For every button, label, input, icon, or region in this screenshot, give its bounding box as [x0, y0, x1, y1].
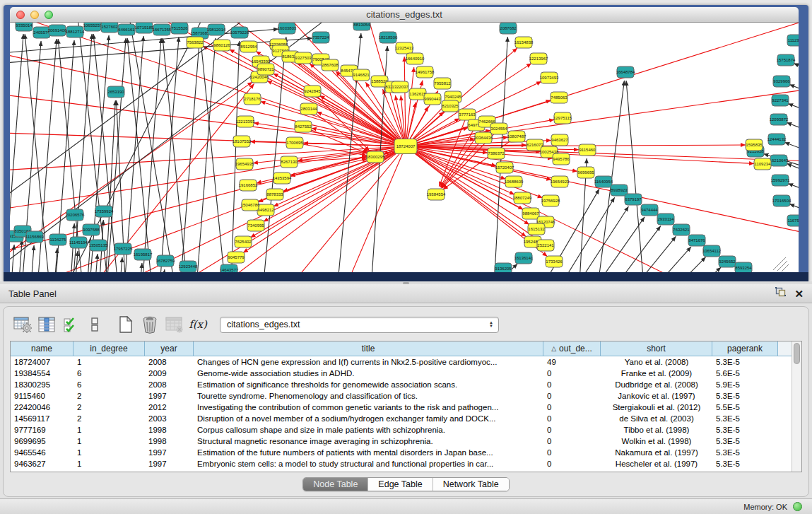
graph-node[interactable]: 12213967	[529, 53, 548, 64]
table-row[interactable]: 969969511998Structural magnetic resonanc…	[11, 436, 792, 447]
table-vertical-scrollbar[interactable]	[792, 341, 801, 472]
graph-node[interactable]: 12213393	[236, 116, 255, 127]
tab-node-table[interactable]: Node Table	[303, 478, 368, 491]
graph-node[interactable]: 14353594	[273, 173, 292, 184]
column-header-title[interactable]: title	[194, 341, 543, 356]
close-panel-icon[interactable]: ✕	[794, 288, 804, 299]
column-header-in_degree[interactable]: in_degree	[73, 341, 145, 356]
graph-node[interactable]: 7515526	[171, 23, 188, 34]
column-header-year[interactable]: year	[145, 341, 194, 356]
graph-node[interactable]: 15720407	[495, 162, 514, 173]
network-window-titlebar[interactable]: citations_edges.txt	[10, 7, 799, 23]
graph-node[interactable]: 1527602	[101, 23, 118, 33]
graph-node[interactable]: 8878333	[266, 189, 283, 200]
graph-node[interactable]: 9474444	[641, 204, 658, 216]
column-header-short[interactable]: short	[601, 341, 712, 356]
scrollbar-thumb[interactable]	[794, 343, 800, 364]
graph-node[interactable]: 17359924	[95, 206, 114, 217]
tab-network-table[interactable]: Network Table	[433, 478, 509, 491]
graph-node[interactable]: 8471676	[688, 235, 705, 246]
graph-node[interactable]: 16195817	[134, 249, 153, 260]
graph-node[interactable]: 12325413	[395, 42, 414, 54]
graph-node[interactable]: 8813054	[353, 23, 370, 30]
graph-node[interactable]: 10655257	[83, 23, 102, 31]
graph-node[interactable]: 9045779	[228, 252, 245, 263]
graph-node[interactable]: 15751874	[777, 54, 796, 66]
graph-node[interactable]: 16671355	[153, 24, 172, 35]
graph-node[interactable]: 10688609	[505, 176, 524, 187]
graph-node[interactable]: 7955812	[434, 78, 451, 89]
table-row[interactable]: 1830029562008Estimation of significance …	[11, 379, 792, 390]
graph-node[interactable]: 9097588	[83, 224, 100, 235]
graph-node[interactable]: 8427552	[295, 121, 312, 132]
graph-node[interactable]: 7357224	[312, 32, 329, 43]
graph-node[interactable]: 1322037	[392, 81, 408, 93]
select-all-button[interactable]	[59, 314, 83, 335]
graph-node[interactable]: 9890721	[257, 64, 274, 75]
graph-node[interactable]: 17016504	[772, 195, 792, 206]
graph-node[interactable]: 12975115	[553, 112, 572, 124]
graph-node[interactable]: 8267130	[281, 156, 298, 168]
create-column-button[interactable]	[114, 314, 138, 335]
graph-node[interactable]: 18807249	[513, 192, 532, 204]
tab-edge-table[interactable]: Edge Table	[368, 478, 433, 491]
graph-node[interactable]: 7632621	[673, 224, 690, 235]
graph-node[interactable]: 9335014	[16, 23, 33, 31]
graph-node[interactable]: 16210643	[770, 155, 789, 166]
graph-node[interactable]: 1733426	[546, 256, 563, 267]
graph-node[interactable]: 10973493	[540, 72, 559, 83]
graph-node[interactable]: 10807487	[507, 131, 526, 142]
function-builder-button[interactable]: f(x)	[186, 314, 210, 335]
graph-node[interactable]: 1595835	[746, 139, 763, 151]
graph-node[interactable]: 1134275	[49, 234, 66, 245]
graph-node[interactable]: 20364436	[474, 132, 493, 144]
graph-node[interactable]: 13505135	[89, 240, 108, 251]
graph-node[interactable]: 12923448	[179, 261, 198, 272]
graph-node[interactable]: 9990443	[424, 93, 441, 105]
graph-node[interactable]: 1615132	[528, 223, 545, 235]
graph-node[interactable]: 8912954	[240, 41, 257, 52]
graph-node[interactable]: 6466161	[118, 24, 135, 35]
graph-node[interactable]: 7485063	[551, 92, 567, 103]
graph-node[interactable]: 9884067	[522, 208, 539, 219]
graph-node[interactable]: 16033803	[278, 23, 297, 34]
graph-node[interactable]: 7386372	[488, 148, 505, 159]
graph-node[interactable]: 16640910	[406, 53, 425, 64]
column-header-pagerank[interactable]: pagerank	[712, 341, 778, 356]
graph-node[interactable]: 16136141	[514, 252, 534, 264]
graph-node[interactable]: 9463627	[551, 134, 568, 146]
graph-node[interactable]: 9227341	[772, 95, 789, 106]
graph-node[interactable]: 2867608	[322, 59, 339, 71]
graph-node[interactable]: 18218506	[379, 32, 398, 43]
table-row[interactable]: 977716911998Corpus callosum shape and si…	[11, 424, 792, 436]
graph-node[interactable]: 2522141	[537, 240, 554, 251]
graph-node[interactable]: 2718176	[244, 93, 261, 105]
network-table-select[interactable]: citations_edges.txt ▲▼	[220, 317, 499, 333]
graph-node[interactable]: 11156869	[25, 231, 44, 243]
graph-node[interactable]: 19384554	[427, 189, 446, 200]
graph-node[interactable]: 19654935	[235, 158, 254, 170]
graph-node[interactable]: 1700695	[286, 137, 303, 148]
graph-node[interactable]: 2087682	[500, 23, 517, 34]
graph-node[interactable]: 10719185	[135, 23, 154, 33]
graph-node[interactable]: 15046786	[241, 199, 260, 211]
graph-node[interactable]: 15992971	[771, 175, 790, 186]
graph-node[interactable]: 9115460	[579, 144, 596, 156]
graph-node[interactable]: 1112307	[787, 35, 799, 46]
graph-node[interactable]: 9327503	[295, 52, 312, 64]
graph-node[interactable]: 9146821	[353, 69, 370, 81]
column-header-out_de[interactable]: △out_de...	[543, 341, 601, 356]
table-row[interactable]: 2242004622012Investigating the contribut…	[11, 402, 792, 413]
canvas-resize-grip-icon[interactable]	[777, 261, 787, 271]
graph-node[interactable]: 7563822	[187, 37, 204, 48]
table-row[interactable]: 946362711997Embryonic stem cells: a mode…	[11, 458, 792, 469]
graph-node[interactable]: 19756928	[541, 195, 560, 206]
select-column-button[interactable]	[35, 314, 59, 335]
graph-node[interactable]: 1167533	[787, 215, 799, 226]
graph-node[interactable]: 11145194	[69, 237, 88, 248]
network-canvas[interactable]: 9335014240557420691406188127141065525715…	[10, 23, 799, 272]
graph-node[interactable]: 12444132	[767, 134, 787, 145]
graph-node[interactable]: 17957225	[114, 243, 133, 255]
float-panel-icon[interactable]	[775, 287, 786, 300]
graph-node[interactable]: 14643577	[220, 264, 239, 272]
